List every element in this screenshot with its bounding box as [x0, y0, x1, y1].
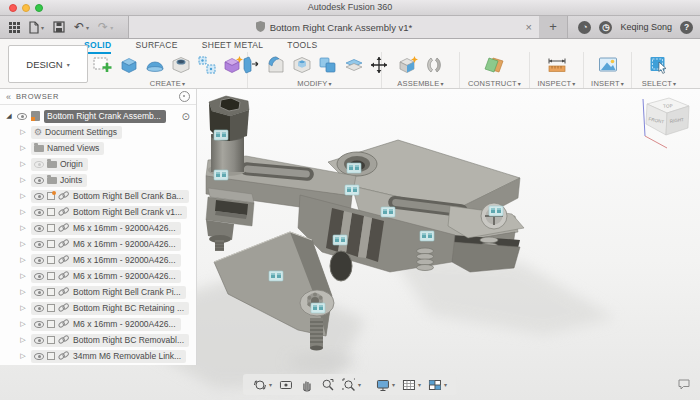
link-icon	[58, 224, 70, 232]
joint-badge[interactable]	[269, 271, 283, 281]
link-icon	[58, 304, 70, 312]
collapse-panel-icon[interactable]: «	[6, 92, 11, 102]
folder-icon	[47, 177, 57, 184]
item-label: Origin	[60, 159, 83, 169]
joint-badge[interactable]	[214, 130, 228, 140]
component-icon	[47, 208, 55, 216]
visibility-eye-icon[interactable]	[34, 273, 44, 280]
browser-item-component[interactable]: ▷ M6 x 16mm - 92000A426...	[0, 252, 196, 268]
display-settings-icon[interactable]	[376, 378, 395, 392]
component-icon	[47, 352, 55, 360]
browser-item-joints[interactable]: ▷ Joints	[0, 172, 196, 188]
expand-arrow-icon[interactable]: ▷	[19, 176, 27, 184]
orbit-icon[interactable]	[253, 378, 272, 392]
visibility-eye-icon[interactable]	[34, 337, 44, 344]
component-icon	[47, 320, 55, 328]
visibility-eye-icon[interactable]	[34, 241, 44, 248]
expand-arrow-icon[interactable]: ▷	[19, 288, 27, 296]
fit-icon[interactable]	[342, 378, 361, 392]
browser-item-component[interactable]: ▷ 34mm M6 Removable Link...	[0, 348, 196, 364]
browser-item-component[interactable]: ▷ Bottom Right Bell Crank Pi...	[0, 284, 196, 300]
joint-badge[interactable]	[345, 185, 359, 195]
component-icon	[47, 192, 55, 200]
joint-badge[interactable]	[489, 206, 503, 216]
item-label: M6 x 16mm - 92000A426...	[73, 271, 176, 281]
item-label: Bottom Right Bell Crank Pi...	[73, 287, 181, 297]
joint-badge[interactable]	[333, 235, 347, 245]
browser-title: BROWSER	[16, 92, 174, 101]
zoom-icon[interactable]	[321, 378, 335, 392]
visibility-eye-icon[interactable]	[34, 321, 44, 328]
expand-arrow-icon[interactable]: ▷	[19, 192, 27, 200]
navigation-bar	[243, 374, 457, 395]
component-icon	[47, 272, 55, 280]
gear-icon: ⚙	[34, 128, 42, 137]
grid-display-icon[interactable]	[402, 378, 421, 392]
item-label: Bottom Right Crank Assemb...	[47, 111, 161, 121]
visibility-eye-icon[interactable]	[17, 113, 27, 120]
link-icon	[58, 192, 70, 200]
link-icon	[58, 352, 70, 360]
component-icon	[47, 256, 55, 264]
item-label: Named Views	[47, 143, 99, 153]
joint-badge[interactable]	[214, 170, 228, 180]
pan-icon[interactable]	[300, 378, 314, 392]
browser-tree: ◢ Bottom Right Crank Assemb... ⊙ ▷ ⚙Docu…	[0, 105, 196, 364]
joint-badge[interactable]	[347, 163, 361, 173]
link-icon	[58, 256, 70, 264]
expand-arrow-icon[interactable]: ▷	[19, 224, 27, 232]
visibility-eye-icon[interactable]	[34, 353, 44, 360]
visibility-eye-icon[interactable]	[34, 225, 44, 232]
component-icon	[47, 304, 55, 312]
expand-arrow-icon[interactable]: ▷	[19, 208, 27, 216]
browser-item-document-settings[interactable]: ▷ ⚙Document Settings	[0, 124, 196, 140]
feedback-comment-icon[interactable]	[678, 376, 690, 394]
item-label: Bottom Right BC Retaining ...	[73, 303, 184, 313]
browser-item-origin[interactable]: ▷ Origin	[0, 156, 196, 172]
browser-item-component[interactable]: ▷ Bottom Right Bell Crank Ba...	[0, 188, 196, 204]
visibility-eye-icon[interactable]	[34, 257, 44, 264]
folder-icon	[34, 145, 44, 152]
expand-arrow-icon[interactable]: ◢	[5, 112, 13, 120]
visibility-eye-icon[interactable]	[34, 193, 44, 200]
item-label: M6 x 16mm - 92000A426...	[73, 239, 176, 249]
fusion-window: Autodesk Fusion 360 ↶ ↷ Bottom Right Cra…	[0, 0, 700, 400]
visibility-eye-icon[interactable]	[34, 209, 44, 216]
browser-item-component[interactable]: ▷ M6 x 16mm - 92000A426...	[0, 268, 196, 284]
assembly-document-icon	[31, 111, 40, 121]
viewports-icon[interactable]	[428, 378, 447, 392]
visibility-eye-icon[interactable]	[34, 161, 44, 168]
browser-item-component[interactable]: ▷ M6 x 16mm - 92000A426...	[0, 220, 196, 236]
viewcube-top-label: TOP	[663, 103, 673, 109]
browser-item-component[interactable]: ▷ Bottom Right Bell Crank v1...	[0, 204, 196, 220]
expand-arrow-icon[interactable]: ▷	[19, 128, 27, 136]
expand-arrow-icon[interactable]: ▷	[19, 304, 27, 312]
joint-badge[interactable]	[311, 303, 325, 313]
expand-arrow-icon[interactable]: ▷	[19, 160, 27, 168]
expand-arrow-icon[interactable]: ▷	[19, 272, 27, 280]
item-label: Bottom Right Bell Crank Ba...	[73, 191, 184, 201]
browser-item-named-views[interactable]: ▷ Named Views	[0, 140, 196, 156]
visibility-eye-icon[interactable]	[34, 177, 44, 184]
browser-root-item[interactable]: ◢ Bottom Right Crank Assemb... ⊙	[0, 108, 196, 124]
visibility-eye-icon[interactable]	[34, 289, 44, 296]
expand-arrow-icon[interactable]: ▷	[19, 240, 27, 248]
browser-item-component[interactable]: ▷ Bottom Right BC Removabl...	[0, 332, 196, 348]
expand-arrow-icon[interactable]: ▷	[19, 336, 27, 344]
browser-item-component[interactable]: ▷ M6 x 16mm - 92000A426...	[0, 236, 196, 252]
expand-arrow-icon[interactable]: ▷	[19, 144, 27, 152]
view-cube[interactable]: TOP FRONT RIGHT	[633, 92, 695, 156]
expand-arrow-icon[interactable]: ▷	[19, 320, 27, 328]
expand-arrow-icon[interactable]: ▷	[19, 352, 27, 360]
look-at-icon[interactable]	[279, 378, 293, 392]
browser-item-component[interactable]: ▷ Bottom Right BC Retaining ...	[0, 300, 196, 316]
visibility-eye-icon[interactable]	[34, 305, 44, 312]
component-icon	[47, 224, 55, 232]
activate-component-radio[interactable]: ⊙	[182, 111, 190, 122]
browser-options-icon[interactable]	[179, 91, 190, 102]
expand-arrow-icon[interactable]: ▷	[19, 256, 27, 264]
joint-badge[interactable]	[420, 231, 434, 241]
joint-badge[interactable]	[381, 207, 395, 217]
link-icon	[58, 336, 70, 344]
browser-item-component[interactable]: ▷ M6 x 16mm - 92000A426...	[0, 316, 196, 332]
